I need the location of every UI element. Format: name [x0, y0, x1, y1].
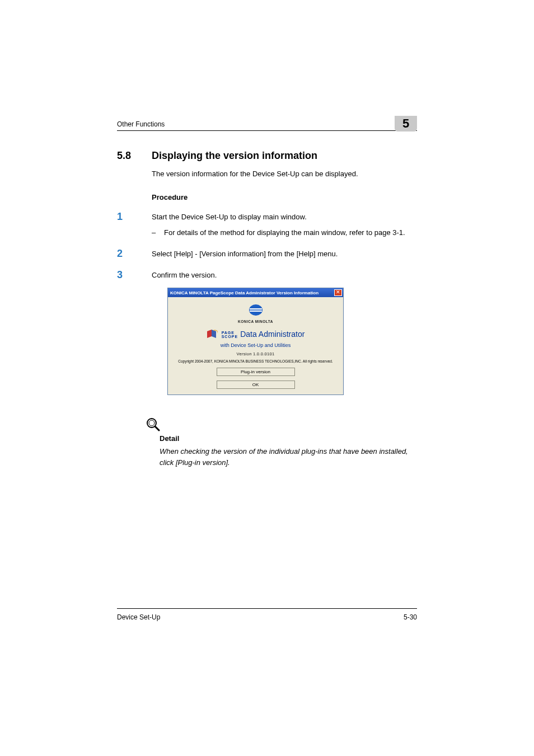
step-text: Select [Help] - [Version information] fr…: [152, 248, 417, 260]
ok-button[interactable]: OK: [217, 381, 295, 389]
chapter-tab-icon: 5: [395, 116, 417, 132]
procedure-step: 1 Start the Device Set-Up to display mai…: [117, 212, 417, 238]
detail-heading: Detail: [160, 434, 417, 443]
svg-line-5: [155, 426, 159, 430]
svg-rect-2: [250, 311, 262, 312]
copyright-text: Copyright 2004-2007, KONICA MINOLTA BUSI…: [170, 359, 341, 363]
step-number: 1: [117, 212, 152, 238]
procedure-step: 2 Select [Help] - [Version information] …: [117, 248, 417, 260]
dash-bullet: –: [152, 227, 164, 238]
step-subitem: – For details of the method for displayi…: [152, 227, 417, 238]
brand-text: KONICA MINOLTA: [170, 320, 341, 323]
page-footer: Device Set-Up 5-30: [117, 608, 417, 621]
detail-body: When checking the version of the individ…: [160, 446, 417, 468]
pagescope-logo-icon: [207, 329, 219, 339]
step-number: 2: [117, 248, 152, 260]
dialog-titlebar: KONICA MINOLTA PageScope Data Administra…: [168, 288, 343, 297]
close-icon[interactable]: ✕: [334, 289, 342, 296]
header-section-title: Other Functions: [117, 120, 165, 128]
section-number: 5.8: [117, 150, 152, 162]
pagescope-scope-label: SCOPE: [222, 335, 238, 339]
footer-left: Device Set-Up: [117, 613, 160, 621]
svg-rect-1: [250, 308, 262, 309]
konica-minolta-logo-icon: [170, 304, 341, 318]
procedure-step: 3 Confirm the version.: [117, 270, 417, 281]
section-heading: 5.8 Displaying the version information: [117, 150, 417, 162]
detail-magnifier-icon: [146, 417, 417, 432]
version-text: Version 1.0.0.0101: [170, 351, 341, 356]
pagescope-product-name: Data Administrator: [240, 330, 305, 339]
procedure-label: Procedure: [152, 193, 417, 201]
svg-point-4: [149, 420, 154, 426]
step-text: Start the Device Set-Up to display main …: [152, 212, 417, 223]
footer-right: 5-30: [404, 613, 417, 621]
step-text: Confirm the version.: [152, 270, 417, 281]
dialog-title-text: KONICA MINOLTA PageScope Data Administra…: [170, 290, 334, 295]
svg-point-0: [249, 304, 263, 316]
page-header: Other Functions 5: [117, 116, 417, 131]
embedded-dialog-screenshot: KONICA MINOLTA PageScope Data Administra…: [167, 288, 417, 395]
step-subtext: For details of the method for displaying…: [164, 227, 417, 238]
section-intro: The version information for the Device S…: [152, 168, 417, 180]
plugin-version-button[interactable]: Plug-in version: [217, 368, 295, 376]
pagescope-subtitle: with Device Set-Up and Utilities: [170, 342, 341, 348]
step-number: 3: [117, 270, 152, 281]
chapter-number: 5: [402, 116, 409, 130]
section-title: Displaying the version information: [152, 150, 317, 162]
